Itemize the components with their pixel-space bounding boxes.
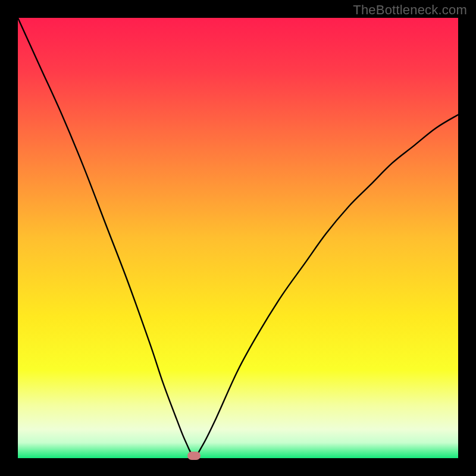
chart-frame <box>18 18 458 458</box>
watermark-text: TheBottleneck.com <box>353 2 467 18</box>
optimal-marker <box>187 452 201 460</box>
chart-svg <box>18 18 458 458</box>
gradient-bg <box>18 18 458 458</box>
